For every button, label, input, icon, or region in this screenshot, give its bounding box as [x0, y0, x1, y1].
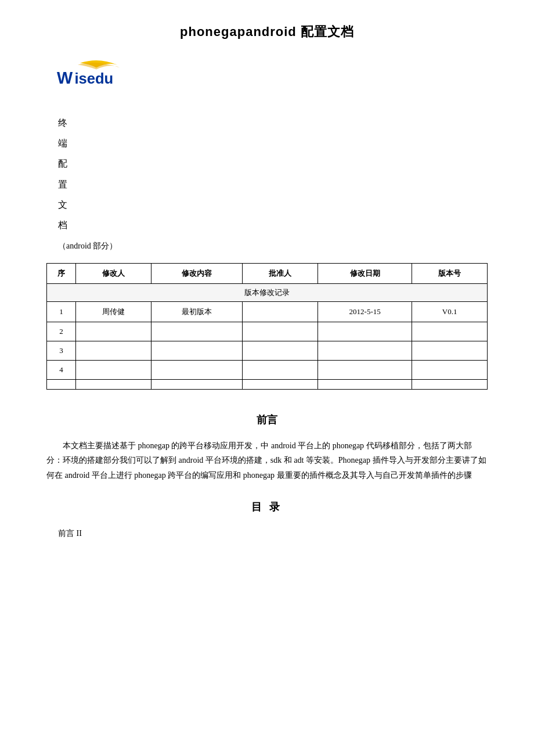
table-cell	[412, 322, 488, 341]
table-cell	[76, 341, 151, 361]
vertical-char-2: 端	[58, 133, 488, 153]
table-cell	[151, 322, 243, 341]
version-table-header-row: 序 修改人 修改内容 批准人 修改日期 版本号	[47, 264, 488, 284]
table-row: 1周传健最初版本2012-5-15V0.1	[47, 302, 488, 322]
vertical-text-block: 终 端 配 置 文 档	[58, 113, 488, 235]
table-cell	[317, 380, 412, 390]
version-table: 版本修改记录 序 修改人 修改内容 批准人 修改日期 版本号 1周传健最初版本2…	[46, 263, 488, 390]
table-cell	[412, 380, 488, 390]
table-cell	[76, 361, 151, 380]
toc-item-foreword: 前言 II	[58, 525, 488, 542]
table-cell: 1	[47, 302, 76, 322]
table-cell	[243, 341, 318, 361]
vertical-char-5: 文	[58, 195, 488, 215]
logo-container: W isedu	[52, 58, 488, 95]
table-cell	[151, 380, 243, 390]
table-cell	[412, 361, 488, 380]
toc-title: 目 录	[46, 500, 488, 514]
table-cell	[412, 341, 488, 361]
svg-text:isedu: isedu	[74, 70, 113, 87]
table-cell: 最初版本	[151, 302, 243, 322]
version-table-title: 版本修改记录	[47, 284, 488, 302]
table-row: 3	[47, 341, 488, 361]
vertical-char-3: 配	[58, 153, 488, 174]
svg-text:W: W	[57, 69, 73, 87]
table-cell	[317, 341, 412, 361]
col-content: 修改内容	[151, 264, 243, 284]
table-cell	[76, 322, 151, 341]
table-row	[47, 380, 488, 390]
vertical-char-4: 置	[58, 174, 488, 195]
table-cell: 周传健	[76, 302, 151, 322]
table-cell	[317, 322, 412, 341]
table-row: 2	[47, 322, 488, 341]
table-cell: 4	[47, 361, 76, 380]
table-cell	[243, 361, 318, 380]
vertical-char-1: 终	[58, 113, 488, 133]
vertical-char-6: 档	[58, 215, 488, 235]
foreword-title: 前言	[46, 413, 488, 427]
table-cell: V0.1	[412, 302, 488, 322]
table-cell: 3	[47, 341, 76, 361]
table-row: 4	[47, 361, 488, 380]
table-cell	[243, 380, 318, 390]
wisedu-logo: W isedu	[52, 58, 145, 93]
table-cell	[76, 380, 151, 390]
table-cell: 2	[47, 322, 76, 341]
page-title: phonegapandroid 配置文档	[46, 23, 488, 41]
col-date: 修改日期	[317, 264, 412, 284]
col-version: 版本号	[412, 264, 488, 284]
table-cell: 2012-5-15	[317, 302, 412, 322]
col-seq: 序	[47, 264, 76, 284]
table-cell	[243, 302, 318, 322]
table-cell	[317, 361, 412, 380]
subtitle: （android 部分）	[58, 241, 488, 251]
table-cell	[151, 341, 243, 361]
table-cell	[243, 322, 318, 341]
table-cell	[47, 380, 76, 390]
col-modifier: 修改人	[76, 264, 151, 284]
table-cell	[151, 361, 243, 380]
foreword-content: 本文档主要描述基于 phonegap 的跨平台移动应用开发，中 android …	[46, 438, 488, 483]
col-approver: 批准人	[243, 264, 318, 284]
